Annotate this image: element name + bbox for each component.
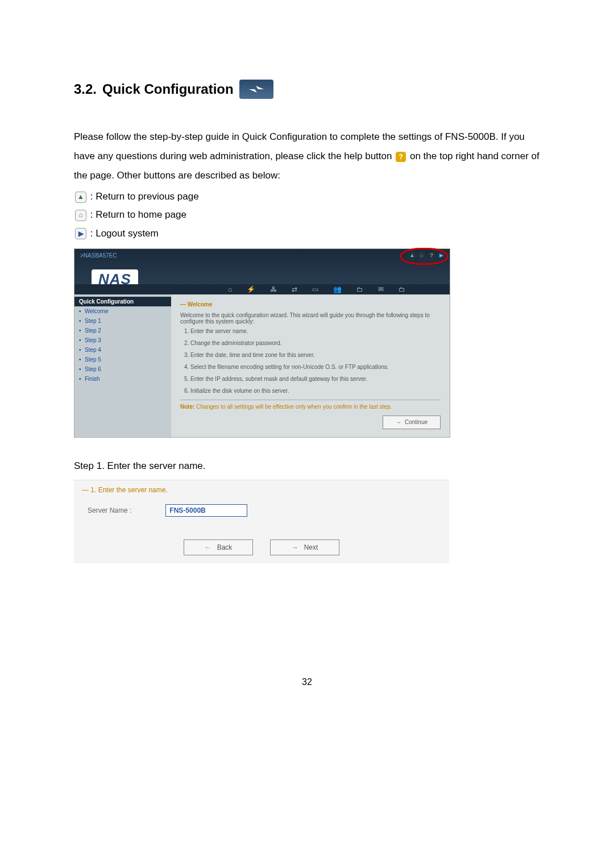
hostname-label: >NASBA57EC [80,252,117,259]
top-logout-icon[interactable]: ▶ [437,251,445,259]
document-page: 3.2. Quick Configuration Please follow t… [0,0,614,721]
back-label: Back [217,543,233,551]
nav-home-icon[interactable]: ⌂ [228,285,232,293]
sidebar-item-step4[interactable]: Step 4 [74,345,171,355]
back-icon: ▲ [75,192,86,203]
icon-legend: ▲ : Return to previous page ⌂ : Return t… [74,188,540,243]
server-name-label: Server Name : [88,506,131,514]
list-item: Initialize the disk volume on this serve… [190,388,441,394]
list-item: Enter the server name. [190,328,441,334]
server-name-row: Server Name : [82,504,441,517]
arrow-left-icon: ← [205,543,211,551]
note-line: Note: Changes to all settings will be ef… [180,404,441,410]
sidebar-title: Quick Configuration [74,297,171,306]
divider [180,400,441,400]
legend-row-back: ▲ : Return to previous page [74,188,540,206]
sidebar-item-step6[interactable]: Step 6 [74,364,171,374]
list-item: Enter the IP address, subnet mask and de… [190,376,441,382]
sidebar-item-step3[interactable]: Step 3 [74,335,171,345]
nav-network-icon[interactable]: ⇄ [292,285,297,293]
continue-button[interactable]: → Continue [383,416,441,429]
nav-disk-icon[interactable]: ▭ [312,285,318,293]
legend-row-home: ⌂ : Return to home page [74,206,540,224]
section-number: 3.2. [74,81,97,97]
step1-caption: Step 1. Enter the server name. [74,460,540,472]
section-heading: 3.2. Quick Configuration [74,80,540,99]
list-item: Change the administrator password. [190,340,441,346]
nav-icon-bar: ⌂ ⚡ 🖧 ⇄ ▭ 👥 🗀 ✉ 🗀 [74,284,450,294]
continue-label: Continue [405,419,428,425]
screenshot-body: Quick Configuration Welcome Step 1 Step … [74,294,450,437]
nav-users-icon[interactable]: 👥 [333,285,342,293]
intro-paragraph: Please follow the step-by-step guide in … [74,127,540,185]
next-label: Next [304,543,318,551]
note-prefix: Note: [180,404,195,410]
home-icon-label: : Return to home page [90,209,186,220]
sidebar-item-welcome[interactable]: Welcome [74,306,171,316]
screenshot-nas-welcome: >NASBA57EC NAS ▲ ⌂ ? ▶ ⌂ ⚡ 🖧 ⇄ ▭ 👥 🗀 ✉ 🗀 [74,248,450,438]
legend-row-logout: ▶ : Logout system [74,225,540,243]
server-name-input[interactable] [165,504,247,517]
top-help-icon[interactable]: ? [428,251,435,259]
home-icon: ⌂ [75,210,86,221]
back-button[interactable]: ← Back [184,539,253,555]
back-icon-label: : Return to previous page [90,191,199,202]
sidebar-item-step2[interactable]: Step 2 [74,326,171,335]
nav-lightning-icon[interactable]: ⚡ [247,285,255,293]
sidebar-item-step5[interactable]: Step 5 [74,355,171,364]
content-panel: — Welcome Welcome to the quick configura… [171,294,450,437]
top-icon-bar: ▲ ⌂ ? ▶ [408,251,445,259]
screenshot-header: >NASBA57EC NAS ▲ ⌂ ? ▶ ⌂ ⚡ 🖧 ⇄ ▭ 👥 🗀 ✉ 🗀 [74,249,450,294]
step1-button-row: ← Back → Next [82,539,441,555]
next-button[interactable]: → Next [270,539,339,555]
sidebar-item-step1[interactable]: Step 1 [74,316,171,326]
arrow-right-icon: → [396,419,401,425]
page-number: 32 [74,677,540,687]
nav-tools-icon[interactable]: ✉ [378,285,384,293]
content-intro: Welcome to the quick configuration wizar… [180,312,441,325]
step1-panel-title: — 1. Enter the server name. [82,486,441,494]
sidebar-item-finish[interactable]: Finish [74,374,171,384]
nav-folder-icon[interactable]: 🗀 [356,285,363,293]
list-item: Select the filename encoding setting for… [190,364,441,370]
sidebar: Quick Configuration Welcome Step 1 Step … [74,294,171,437]
top-home-icon[interactable]: ⌂ [418,251,426,259]
logout-icon: ▶ [75,228,86,239]
note-text: Changes to all settings will be effectiv… [195,404,392,410]
content-title: — Welcome [180,301,441,308]
top-back-icon[interactable]: ▲ [408,251,416,259]
logout-icon-label: : Logout system [90,228,159,239]
list-item: Enter the date, time and time zone for t… [190,352,441,358]
content-steps-list: Enter the server name. Change the admini… [180,328,441,394]
nav-other-icon[interactable]: 🗀 [399,285,405,293]
section-title-text: Quick Configuration [102,81,234,97]
lightning-icon [239,80,273,99]
nav-server-icon[interactable]: 🖧 [270,285,277,293]
arrow-right-icon: → [292,543,298,551]
help-icon: ? [396,152,406,162]
screenshot-step1: — 1. Enter the server name. Server Name … [74,480,449,563]
